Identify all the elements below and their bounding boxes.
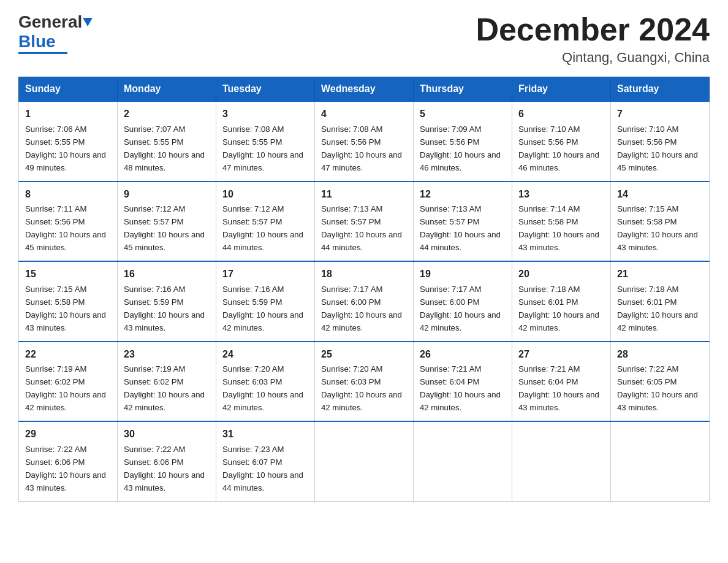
day-number: 31 xyxy=(222,427,308,442)
day-number: 19 xyxy=(420,267,506,282)
day-number: 24 xyxy=(222,347,308,362)
day-info: Sunrise: 7:15 AMSunset: 5:58 PMDaylight:… xyxy=(25,285,106,332)
day-info: Sunrise: 7:13 AMSunset: 5:57 PMDaylight:… xyxy=(321,204,402,252)
calendar-cell: 12Sunrise: 7:13 AMSunset: 5:57 PMDayligh… xyxy=(414,182,512,261)
day-info: Sunrise: 7:12 AMSunset: 5:57 PMDaylight:… xyxy=(222,204,303,252)
day-info: Sunrise: 7:13 AMSunset: 5:57 PMDaylight:… xyxy=(420,204,501,252)
calendar-cell: 15Sunrise: 7:15 AMSunset: 5:58 PMDayligh… xyxy=(19,261,118,341)
logo-blue-text: Blue xyxy=(18,32,56,52)
calendar-cell: 31Sunrise: 7:23 AMSunset: 6:07 PMDayligh… xyxy=(216,421,315,501)
calendar-cell: 20Sunrise: 7:18 AMSunset: 6:01 PMDayligh… xyxy=(512,261,611,341)
day-info: Sunrise: 7:09 AMSunset: 5:56 PMDaylight:… xyxy=(420,124,501,172)
calendar-cell xyxy=(512,421,611,501)
day-number: 2 xyxy=(124,107,210,122)
day-number: 8 xyxy=(25,187,111,202)
logo-row: General xyxy=(18,12,93,32)
calendar-cell xyxy=(414,421,512,501)
calendar-week-4: 22Sunrise: 7:19 AMSunset: 6:02 PMDayligh… xyxy=(19,342,710,421)
col-sunday: Sunday xyxy=(19,77,118,102)
calendar-header: Sunday Monday Tuesday Wednesday Thursday… xyxy=(19,77,710,102)
calendar-cell: 22Sunrise: 7:19 AMSunset: 6:02 PMDayligh… xyxy=(19,342,118,421)
logo-general-text: General xyxy=(18,12,82,32)
col-friday: Friday xyxy=(512,77,611,102)
page-subtitle: Qintang, Guangxi, China xyxy=(476,50,710,66)
logo: General Blue xyxy=(18,12,93,54)
day-info: Sunrise: 7:10 AMSunset: 5:56 PMDaylight:… xyxy=(617,124,698,172)
day-info: Sunrise: 7:22 AMSunset: 6:06 PMDaylight:… xyxy=(25,445,106,492)
day-number: 29 xyxy=(25,427,111,442)
calendar-cell: 13Sunrise: 7:14 AMSunset: 5:58 PMDayligh… xyxy=(512,182,611,261)
calendar-cell: 19Sunrise: 7:17 AMSunset: 6:00 PMDayligh… xyxy=(414,261,512,341)
calendar-body: 1Sunrise: 7:06 AMSunset: 5:55 PMDaylight… xyxy=(19,101,710,501)
day-info: Sunrise: 7:17 AMSunset: 6:00 PMDaylight:… xyxy=(420,285,501,332)
calendar-cell: 18Sunrise: 7:17 AMSunset: 6:00 PMDayligh… xyxy=(315,261,414,341)
calendar-cell: 8Sunrise: 7:11 AMSunset: 5:56 PMDaylight… xyxy=(19,182,118,261)
col-thursday: Thursday xyxy=(414,77,512,102)
day-number: 23 xyxy=(124,347,210,362)
day-info: Sunrise: 7:16 AMSunset: 5:59 PMDaylight:… xyxy=(222,285,303,332)
day-info: Sunrise: 7:06 AMSunset: 5:55 PMDaylight:… xyxy=(25,124,106,172)
day-number: 18 xyxy=(321,267,407,282)
day-number: 11 xyxy=(321,187,407,202)
title-area: December 2024 Qintang, Guangxi, China xyxy=(476,12,710,66)
day-info: Sunrise: 7:17 AMSunset: 6:00 PMDaylight:… xyxy=(321,285,402,332)
calendar-week-5: 29Sunrise: 7:22 AMSunset: 6:06 PMDayligh… xyxy=(19,421,710,501)
day-number: 16 xyxy=(124,267,210,282)
calendar-cell: 14Sunrise: 7:15 AMSunset: 5:58 PMDayligh… xyxy=(611,182,710,261)
day-number: 12 xyxy=(420,187,506,202)
calendar-cell: 2Sunrise: 7:07 AMSunset: 5:55 PMDaylight… xyxy=(118,101,216,181)
day-number: 27 xyxy=(518,347,604,362)
logo-triangle-icon xyxy=(83,18,93,26)
col-monday: Monday xyxy=(118,77,216,102)
day-info: Sunrise: 7:15 AMSunset: 5:58 PMDaylight:… xyxy=(617,204,698,252)
day-number: 9 xyxy=(124,187,210,202)
day-number: 13 xyxy=(518,187,604,202)
calendar-cell: 16Sunrise: 7:16 AMSunset: 5:59 PMDayligh… xyxy=(118,261,216,341)
day-number: 15 xyxy=(25,267,111,282)
calendar-cell: 23Sunrise: 7:19 AMSunset: 6:02 PMDayligh… xyxy=(118,342,216,421)
calendar-table: Sunday Monday Tuesday Wednesday Thursday… xyxy=(18,77,710,501)
day-number: 7 xyxy=(617,107,703,122)
calendar-cell: 9Sunrise: 7:12 AMSunset: 5:57 PMDaylight… xyxy=(118,182,216,261)
day-number: 20 xyxy=(518,267,604,282)
calendar-cell: 21Sunrise: 7:18 AMSunset: 6:01 PMDayligh… xyxy=(611,261,710,341)
day-info: Sunrise: 7:18 AMSunset: 6:01 PMDaylight:… xyxy=(518,285,599,332)
day-info: Sunrise: 7:19 AMSunset: 6:02 PMDaylight:… xyxy=(25,364,106,412)
calendar-cell: 29Sunrise: 7:22 AMSunset: 6:06 PMDayligh… xyxy=(19,421,118,501)
day-info: Sunrise: 7:12 AMSunset: 5:57 PMDaylight:… xyxy=(124,204,205,252)
day-number: 6 xyxy=(518,107,604,122)
logo-underline xyxy=(18,52,67,54)
day-info: Sunrise: 7:08 AMSunset: 5:56 PMDaylight:… xyxy=(321,124,402,172)
calendar-cell: 6Sunrise: 7:10 AMSunset: 5:56 PMDaylight… xyxy=(512,101,611,181)
header-row: Sunday Monday Tuesday Wednesday Thursday… xyxy=(19,77,710,102)
calendar-cell xyxy=(611,421,710,501)
day-info: Sunrise: 7:10 AMSunset: 5:56 PMDaylight:… xyxy=(518,124,599,172)
logo-blue-row: Blue xyxy=(18,32,56,52)
logo-icon xyxy=(83,18,93,26)
calendar-cell: 17Sunrise: 7:16 AMSunset: 5:59 PMDayligh… xyxy=(216,261,315,341)
day-number: 14 xyxy=(617,187,703,202)
day-info: Sunrise: 7:20 AMSunset: 6:03 PMDaylight:… xyxy=(321,364,402,412)
day-info: Sunrise: 7:11 AMSunset: 5:56 PMDaylight:… xyxy=(25,204,106,252)
col-saturday: Saturday xyxy=(611,77,710,102)
day-info: Sunrise: 7:16 AMSunset: 5:59 PMDaylight:… xyxy=(124,285,205,332)
calendar-cell: 28Sunrise: 7:22 AMSunset: 6:05 PMDayligh… xyxy=(611,342,710,421)
calendar-cell: 25Sunrise: 7:20 AMSunset: 6:03 PMDayligh… xyxy=(315,342,414,421)
calendar-cell: 1Sunrise: 7:06 AMSunset: 5:55 PMDaylight… xyxy=(19,101,118,181)
day-info: Sunrise: 7:19 AMSunset: 6:02 PMDaylight:… xyxy=(124,364,205,412)
day-info: Sunrise: 7:22 AMSunset: 6:05 PMDaylight:… xyxy=(617,364,698,412)
day-number: 5 xyxy=(420,107,506,122)
calendar-cell: 30Sunrise: 7:22 AMSunset: 6:06 PMDayligh… xyxy=(118,421,216,501)
page-title: December 2024 xyxy=(476,12,710,47)
day-number: 28 xyxy=(617,347,703,362)
calendar-cell: 3Sunrise: 7:08 AMSunset: 5:55 PMDaylight… xyxy=(216,101,315,181)
calendar-cell: 5Sunrise: 7:09 AMSunset: 5:56 PMDaylight… xyxy=(414,101,512,181)
calendar-cell: 26Sunrise: 7:21 AMSunset: 6:04 PMDayligh… xyxy=(414,342,512,421)
day-info: Sunrise: 7:23 AMSunset: 6:07 PMDaylight:… xyxy=(222,445,303,492)
day-info: Sunrise: 7:22 AMSunset: 6:06 PMDaylight:… xyxy=(124,445,205,492)
day-number: 4 xyxy=(321,107,407,122)
day-info: Sunrise: 7:08 AMSunset: 5:55 PMDaylight:… xyxy=(222,124,303,172)
day-number: 1 xyxy=(25,107,111,122)
day-number: 26 xyxy=(420,347,506,362)
day-info: Sunrise: 7:14 AMSunset: 5:58 PMDaylight:… xyxy=(518,204,599,252)
